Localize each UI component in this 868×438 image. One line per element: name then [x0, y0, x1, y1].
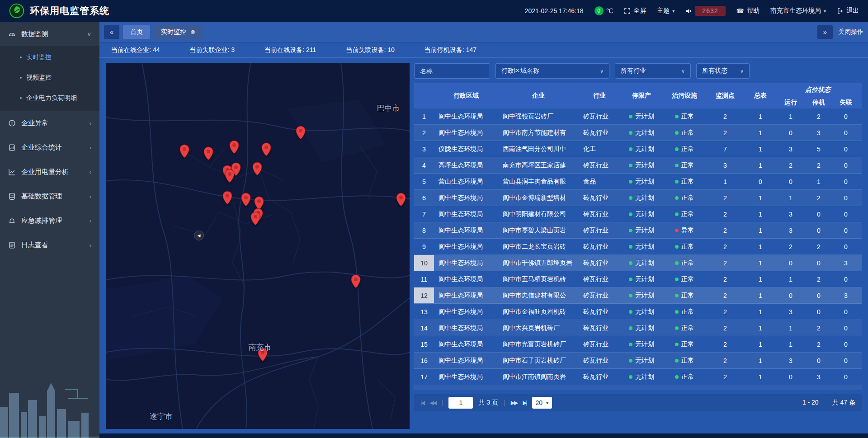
map-canvas[interactable]: 巴中市南充市遂宁市: [106, 63, 410, 429]
fullscreen-button[interactable]: 全屏: [624, 7, 646, 15]
cell-offline: 0: [833, 125, 859, 141]
map-city-label: 遂宁市: [150, 411, 173, 422]
tab-list: 首页实时监控⊗: [123, 25, 203, 39]
cell-facility: 正常: [663, 304, 706, 320]
cell-points: 2: [706, 222, 744, 238]
status-dot-green: [629, 196, 632, 200]
total-pages-label: 共 3 页: [478, 399, 498, 407]
close-operations-button[interactable]: 关闭操作: [838, 28, 863, 36]
sidebar-group: 日志查看‹: [0, 233, 99, 257]
prev-page-button[interactable]: ◀◀: [429, 400, 436, 406]
cell-index: 18: [414, 385, 434, 390]
sidebar-item[interactable]: 视频监控: [0, 67, 99, 88]
last-page-button[interactable]: ▶|: [523, 400, 526, 406]
col-stop: 停机: [805, 97, 833, 108]
cell-index: 1: [414, 108, 434, 124]
table-row[interactable]: 8阆中生态环境局阆中市枣碧大梁山页岩砖瓦行业无计划异常21300: [414, 222, 862, 239]
cell-facility: 异常: [663, 222, 706, 238]
map-pin-icon[interactable]: [224, 169, 235, 184]
cell-facility: 正常: [663, 369, 706, 385]
table-row[interactable]: 3仪陇生态环境局西南油气田分公司川中化工无计划正常71350: [414, 141, 862, 157]
theme-dropdown[interactable]: 主题 ▾: [657, 7, 675, 15]
close-icon[interactable]: ⊗: [190, 28, 195, 35]
logout-button[interactable]: 退出: [837, 7, 859, 15]
name-filter-input[interactable]: [420, 67, 484, 75]
table-row[interactable]: 5营山生态环境局营山县润丰肉食品有限食品无计划正常10010: [414, 174, 862, 190]
map-pin-icon[interactable]: [261, 142, 272, 158]
status-filter-select[interactable]: 所有状态 ∨: [696, 63, 750, 79]
table-row[interactable]: 17阆中生态环境局阆中市江南镇阆南页岩砖瓦行业无计划正常21030: [414, 369, 862, 385]
cell-industry: 砖瓦行业: [579, 108, 620, 124]
first-page-button[interactable]: |◀: [420, 400, 424, 406]
table-row[interactable]: 11阆中生态环境局阆中市五马桥页岩机砖砖瓦行业无计划正常21120: [414, 271, 862, 287]
map-pin-icon[interactable]: [222, 191, 233, 206]
cell-index: 10: [414, 255, 434, 271]
table-row[interactable]: 4高坪生态环境局南充市高坪区王家店建砖瓦行业无计划正常31220: [414, 157, 862, 174]
map-pin-icon[interactable]: [229, 140, 239, 155]
stat-value: 44: [153, 46, 160, 53]
org-dropdown[interactable]: 南充市生态环境局 ▾: [770, 7, 826, 15]
chevron-down-icon: ▾: [824, 9, 826, 14]
cell-production: 无计划: [620, 125, 663, 141]
sidebar-group-head[interactable]: 企业综合统计‹: [0, 135, 99, 160]
sidebar-group-head[interactable]: 基础数据管理‹: [0, 184, 99, 208]
table-row[interactable]: 10阆中生态环境局阆中市千佛镇五郎垭页岩砖瓦行业无计划正常21003: [414, 255, 862, 271]
stat-item: 当前停机设备:147: [425, 46, 476, 54]
cell-offline: 0: [833, 304, 859, 320]
cell-stop: 0: [805, 255, 833, 271]
tab[interactable]: 实时监控⊗: [154, 25, 203, 39]
cell-production: 无计划: [620, 255, 663, 271]
sidebar-item[interactable]: 企业电力负荷明细: [0, 88, 99, 108]
table-row[interactable]: 16阆中生态环境局阆中市石子页岩机砖厂砖瓦行业无计划正常21300: [414, 353, 862, 369]
sidebar-group-head[interactable]: 企业异常‹: [0, 111, 99, 135]
map-pin-icon[interactable]: [396, 193, 406, 208]
sidebar-group-head[interactable]: 企业用电量分析‹: [0, 160, 99, 184]
next-page-button[interactable]: ▶▶: [511, 400, 517, 406]
name-filter-field[interactable]: [414, 63, 490, 79]
cell-meters: 1: [744, 157, 777, 173]
cell-index: 8: [414, 222, 434, 238]
map-pin-icon[interactable]: [241, 193, 251, 208]
page-input[interactable]: [448, 397, 473, 409]
map-pin-icon[interactable]: [351, 274, 361, 290]
table-row[interactable]: 15阆中生态环境局阆中市光富页岩机砖厂砖瓦行业无计划正常21120: [414, 336, 862, 353]
help-button[interactable]: ☎ 帮助: [736, 7, 760, 15]
sidebar-item[interactable]: 实时监控: [0, 47, 99, 67]
cell-meters: 1: [744, 239, 777, 254]
alarm-widget[interactable]: 2632: [685, 6, 725, 16]
map-pin-icon[interactable]: [295, 126, 306, 141]
map-pin-icon[interactable]: [179, 144, 190, 160]
page-size-select[interactable]: 20 ▾: [532, 397, 552, 409]
cell-stop: 1: [805, 174, 833, 189]
table-row[interactable]: 6阆中生态环境局阆中市金博瑞新型墙材砖瓦行业无计划正常21120: [414, 190, 862, 206]
table-row[interactable]: 9阆中生态环境局阆中市二龙长宝页岩砖砖瓦行业无计划正常21220: [414, 239, 862, 255]
table-row[interactable]: 14阆中生态环境局阆中大兴页岩机砖厂砖瓦行业无计划正常21120: [414, 320, 862, 336]
sidebar-group-label: 应急减排管理: [21, 217, 84, 225]
status-dot-green: [629, 310, 632, 314]
sidebar-group-head[interactable]: 日志查看‹: [0, 233, 99, 257]
region-filter-select[interactable]: 行政区域名称 ∨: [495, 63, 609, 79]
table-row[interactable]: 2阆中生态环境局阆中市南方节能建材有砖瓦行业无计划正常21030: [414, 125, 862, 141]
map-pin-icon[interactable]: [203, 146, 214, 162]
map-pin-icon[interactable]: [252, 162, 262, 177]
table-row[interactable]: 18南部生态环境局南部县双佛水泥有限公砖瓦行业无计划正常21030: [414, 385, 862, 390]
table-row[interactable]: 7阆中生态环境局阆中明阳建材有限公司砖瓦行业无计划正常21300: [414, 206, 862, 222]
alert-icon: [8, 119, 16, 127]
sidebar-group-head[interactable]: 应急减排管理‹: [0, 208, 99, 233]
cell-meters: 1: [744, 369, 777, 385]
cell-points: 2: [706, 271, 744, 287]
map-pin-icon[interactable]: [250, 212, 261, 227]
status-dot-green: [629, 180, 632, 184]
datetime-label: 2021-02-25 17:46:18: [525, 7, 584, 14]
logout-label: 退出: [846, 7, 859, 15]
table-row[interactable]: 13阆中生态环境局阆中市金福旺页岩机砖砖瓦行业无计划正常21300: [414, 304, 862, 320]
sidebar-group-head[interactable]: 数据监测∨: [0, 22, 99, 46]
chevron-down-icon: ∨: [734, 68, 744, 74]
cell-run: 3: [777, 222, 805, 238]
table-row[interactable]: 1阆中生态环境局阆中强锐页岩砖厂砖瓦行业无计划正常21120: [414, 108, 862, 125]
table-row[interactable]: 12阆中生态环境局阆中市忠信建材有限公砖瓦行业无计划正常21003: [414, 287, 862, 304]
industry-filter-select[interactable]: 所有行业 ∨: [615, 63, 691, 79]
tabs-scroll-right-button[interactable]: »: [817, 25, 833, 39]
tab[interactable]: 首页: [123, 25, 150, 39]
tabs-scroll-left-button[interactable]: «: [104, 25, 119, 39]
